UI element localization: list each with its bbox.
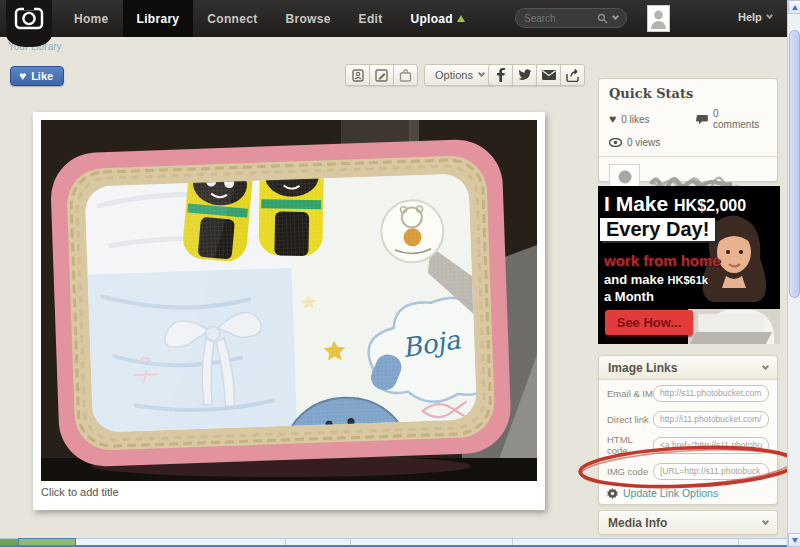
options-chevron-icon [478,70,485,77]
heart-icon: ♥ [19,71,26,81]
person-icon [650,8,667,29]
help-chevron-icon [766,12,773,19]
main-nav: Home Library Connect Browse Edit Upload [60,0,479,37]
page-scrollbar[interactable] [787,0,800,547]
photobucket-logo[interactable] [6,0,52,47]
bottom-bar [0,538,787,547]
photo-baby-gift-basket[interactable]: Boja [41,120,537,481]
email-im-row: Email & IM [599,380,777,406]
ad-subline-2: and make HK$61k [604,272,708,287]
ad-headline: I Make HK$2,000 [604,192,746,216]
image-links-panel: Image Links Email & IM Direct link HTML … [598,355,778,505]
twitter-icon[interactable] [512,64,537,86]
upload-arrow-icon [457,15,465,22]
search-icon[interactable] [597,13,608,24]
ad-banner[interactable]: I Make HK$2,000 Every Day! work from hom… [598,186,780,344]
media-info-header[interactable]: Media Info [599,511,777,534]
heart-icon: ♥ [609,114,616,124]
html-code-input[interactable] [653,437,769,454]
direct-link-row: Direct link [599,406,777,432]
bottom-bar-segment [0,539,18,545]
help-menu[interactable]: Help [738,11,772,23]
email-im-input[interactable] [653,385,769,402]
bottom-bar-selected-segment [18,538,76,546]
quick-stats-title: Quick Stats [609,86,767,101]
ad-headline-2: Every Day! [600,218,715,241]
nav-library[interactable]: Library [123,0,194,37]
gear-icon [607,488,618,499]
ad-subline: work from home [604,252,721,269]
update-link-options[interactable]: Update Link Options [599,484,777,502]
media-info-panel: Media Info [598,510,778,535]
facebook-icon[interactable] [488,64,513,86]
direct-link-input[interactable] [653,411,769,428]
html-code-row: HTML code [599,432,777,458]
photo-card: Boja [33,112,545,510]
collapse-chevron-icon[interactable] [762,362,769,369]
img-code-input[interactable] [653,463,769,480]
nav-home[interactable]: Home [60,0,123,37]
img-code-row: IMG code [599,458,777,484]
options-dropdown[interactable]: Options [424,64,495,86]
search-input[interactable] [524,13,597,24]
email-icon[interactable] [536,64,561,86]
photo-action-buttons [345,64,418,86]
share-buttons [488,64,585,86]
scroll-down-button[interactable] [788,533,800,547]
bookmark-icon[interactable] [345,64,370,86]
views-stat: 0 views [609,137,660,148]
user-avatar[interactable] [647,5,670,32]
nav-connect[interactable]: Connect [193,0,271,37]
bag-icon[interactable] [393,64,418,86]
comment-icon [696,114,708,125]
quick-stats-panel: Quick Stats ♥ 0 likes 0 comments 0 views [598,78,778,182]
share-icon[interactable] [560,64,585,86]
photobucket-page: Home Library Connect Browse Edit Upload … [0,0,800,547]
scrollbar-thumb[interactable] [789,30,800,298]
likes-stat: ♥ 0 likes [609,114,696,125]
comments-stat: 0 comments [696,108,767,130]
top-nav-bar: Home Library Connect Browse Edit Upload … [0,0,787,37]
camera-icon [14,7,44,30]
search-chevron-icon[interactable] [612,13,619,20]
nav-upload[interactable]: Upload [396,0,478,37]
photo-title-placeholder[interactable]: Click to add title [41,481,537,502]
eye-icon [609,138,622,147]
nav-edit[interactable]: Edit [345,0,397,37]
scroll-up-button[interactable] [788,0,800,14]
ad-subline-3: a Month [604,289,654,304]
ad-cta-button[interactable]: See How... [605,310,693,335]
nav-browse[interactable]: Browse [271,0,344,37]
collapse-chevron-icon[interactable] [762,517,769,524]
edit-icon[interactable] [369,64,394,86]
image-links-header[interactable]: Image Links [599,356,777,380]
search-box[interactable] [515,8,627,28]
like-button[interactable]: ♥ Like [10,66,64,86]
